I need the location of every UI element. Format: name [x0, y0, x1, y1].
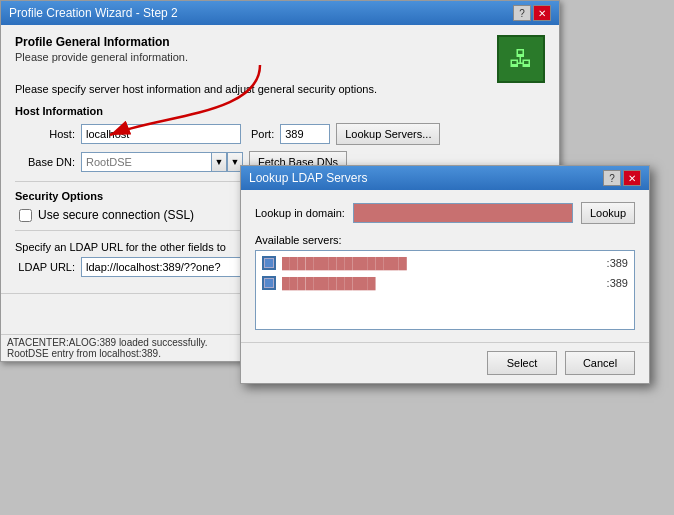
- lookup-close-button[interactable]: ✕: [623, 170, 641, 186]
- ssl-label: Use secure connection (SSL): [38, 208, 194, 222]
- lookup-domain-label: Lookup in domain:: [255, 207, 345, 219]
- server-name-1: ████████████████: [282, 257, 601, 269]
- basedn-combo: ▼ ▼: [81, 152, 243, 172]
- host-row: Host: Port: Lookup Servers...: [15, 123, 545, 145]
- lookup-button[interactable]: Lookup: [581, 202, 635, 224]
- host-label: Host:: [15, 128, 75, 140]
- wizard-icon: 🖧: [497, 35, 545, 83]
- wizard-header-block: Profile General Information Please provi…: [15, 35, 188, 73]
- basedn-label: Base DN:: [15, 156, 75, 168]
- lookup-title-btns: ? ✕: [603, 170, 641, 186]
- server-icon-1: [262, 256, 276, 270]
- section-header: Profile General Information: [15, 35, 188, 49]
- lookup-title-bar: Lookup LDAP Servers ? ✕: [241, 166, 649, 190]
- lookup-help-button[interactable]: ?: [603, 170, 621, 186]
- server-icon-2: [262, 276, 276, 290]
- servers-label: Available servers:: [255, 234, 635, 246]
- host-input[interactable]: [81, 124, 241, 144]
- server-item-1[interactable]: ████████████████ :389: [258, 253, 632, 273]
- server-item-2[interactable]: ████████████ :389: [258, 273, 632, 293]
- description-text: Please specify server host information a…: [15, 83, 545, 95]
- basedn-input[interactable]: [81, 152, 211, 172]
- lookup-content: Lookup in domain: Lookup Available serve…: [241, 190, 649, 342]
- lookup-dialog: Lookup LDAP Servers ? ✕ Lookup in domain…: [240, 165, 650, 384]
- lookup-domain-row: Lookup in domain: Lookup: [255, 202, 635, 224]
- lookup-domain-input[interactable]: [353, 203, 573, 223]
- port-label: Port:: [251, 128, 274, 140]
- server-name-2: ████████████: [282, 277, 601, 289]
- ssl-checkbox[interactable]: [19, 209, 32, 222]
- server-icon-char: 🖧: [509, 45, 533, 73]
- section-subtext: Please provide general information.: [15, 51, 188, 63]
- cancel-button[interactable]: Cancel: [565, 351, 635, 375]
- basedn-dropdown-btn[interactable]: ▼: [211, 152, 227, 172]
- wizard-title: Profile Creation Wizard - Step 2: [9, 6, 178, 20]
- lookup-dialog-title: Lookup LDAP Servers: [249, 171, 368, 185]
- title-bar-buttons: ? ✕: [513, 5, 551, 21]
- close-button[interactable]: ✕: [533, 5, 551, 21]
- server-port-2: :389: [607, 277, 628, 289]
- server-icon-inner-1: [264, 258, 274, 268]
- host-section-label: Host Information: [15, 105, 545, 117]
- select-button[interactable]: Select: [487, 351, 557, 375]
- help-button[interactable]: ?: [513, 5, 531, 21]
- lookup-servers-button[interactable]: Lookup Servers...: [336, 123, 440, 145]
- servers-list: ████████████████ :389 ████████████ :389: [255, 250, 635, 330]
- wizard-title-bar: Profile Creation Wizard - Step 2 ? ✕: [1, 1, 559, 25]
- server-port-1: :389: [607, 257, 628, 269]
- ldap-url-label: LDAP URL:: [15, 261, 75, 273]
- lookup-footer: Select Cancel: [241, 342, 649, 383]
- server-icon-inner-2: [264, 278, 274, 288]
- port-input[interactable]: [280, 124, 330, 144]
